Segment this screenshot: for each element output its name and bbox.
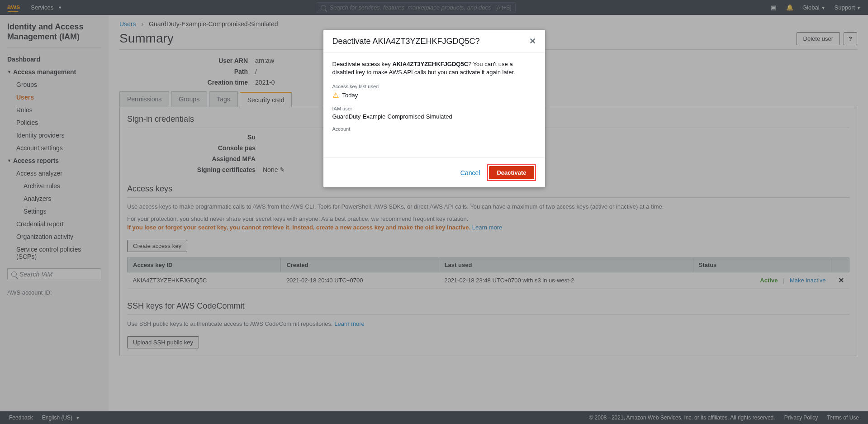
modal-account-label: Account bbox=[332, 126, 536, 132]
modal-lastused-value: ⚠Today bbox=[332, 91, 536, 100]
modal-iamuser-label: IAM user bbox=[332, 106, 536, 111]
modal-title: Deactivate AKIA4ZT3YZEHKFJGDQ5C? bbox=[332, 37, 480, 46]
modal-overlay[interactable]: Deactivate AKIA4ZT3YZEHKFJGDQ5C? ✕ Deact… bbox=[0, 0, 868, 411]
modal-account-value bbox=[332, 133, 536, 140]
warning-icon: ⚠ bbox=[332, 91, 339, 100]
modal-iamuser-value: GuardDuty-Example-Compromised-Simulated bbox=[332, 113, 536, 120]
modal-lastused-label: Access key last used bbox=[332, 84, 536, 89]
modal-message: Deactivate access key AKIA4ZT3YZEHKFJGDQ… bbox=[332, 60, 536, 76]
close-icon[interactable]: ✕ bbox=[529, 36, 536, 46]
cancel-button[interactable]: Cancel bbox=[460, 169, 480, 176]
deactivate-button[interactable]: Deactivate bbox=[489, 166, 534, 179]
deactivate-highlight: Deactivate bbox=[487, 164, 536, 181]
deactivate-modal: Deactivate AKIA4ZT3YZEHKFJGDQ5C? ✕ Deact… bbox=[323, 30, 545, 187]
